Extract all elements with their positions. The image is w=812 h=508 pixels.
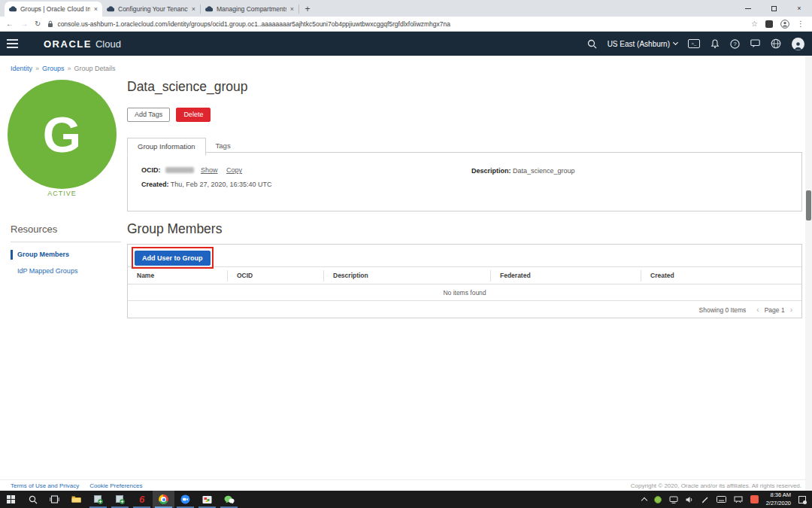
window-restore-button[interactable] [761, 0, 786, 17]
sidebar-item-idp-mapped-groups[interactable]: IdP Mapped Groups [13, 266, 77, 276]
column-header-created[interactable]: Created [641, 270, 801, 281]
tray-green-app-icon[interactable] [654, 496, 662, 503]
hamburger-menu-icon[interactable] [7, 39, 18, 48]
browser-profile-icon[interactable] [780, 20, 789, 29]
group-avatar: G [8, 80, 117, 189]
browser-tab-compartments[interactable]: Managing Compartments × [201, 2, 298, 17]
cloud-shell-icon[interactable]: >_ [688, 39, 700, 48]
window-close-button[interactable]: × [786, 0, 812, 17]
search-icon[interactable] [587, 39, 597, 49]
messaging-app-button[interactable] [218, 491, 240, 508]
pen-icon[interactable] [701, 496, 709, 503]
column-header-description[interactable]: Description [324, 270, 491, 281]
add-tags-button[interactable]: Add Tags [127, 108, 170, 122]
tab-title: Configuring Your Tenancy for De [118, 5, 188, 13]
user-avatar[interactable] [792, 38, 804, 50]
network-icon[interactable] [669, 496, 678, 503]
video-call-app-button[interactable] [174, 491, 196, 508]
taskbar-clock[interactable]: 8:36 AM 2/27/2020 [766, 491, 791, 506]
region-selector[interactable]: US East (Ashburn) [607, 40, 677, 48]
remote-app-1-button[interactable] [87, 491, 109, 508]
file-explorer-button[interactable] [65, 491, 87, 508]
delete-button[interactable]: Delete [176, 108, 211, 122]
tray-expand-icon[interactable] [641, 497, 647, 503]
chrome-button[interactable] [153, 491, 174, 508]
reload-icon[interactable]: ↻ [35, 20, 41, 28]
tab-group-information[interactable]: Group Information [127, 138, 206, 156]
add-user-to-group-button[interactable]: Add User to Group [135, 251, 211, 266]
windows-logo-icon [7, 495, 15, 503]
cookie-preferences-link[interactable]: Cookie Preferences [89, 482, 142, 489]
terms-link[interactable]: Terms of Use and Privacy [11, 482, 79, 489]
red-app-button[interactable]: 6 [131, 491, 153, 508]
showing-count: Showing 0 Items [699, 306, 747, 314]
window-minimize-button[interactable] [735, 0, 761, 17]
window-controls: × [735, 0, 812, 17]
svg-text:?: ? [733, 41, 736, 47]
brand-cloud: Cloud [95, 38, 121, 50]
forward-icon[interactable]: → [20, 20, 28, 28]
new-tab-button[interactable]: + [299, 2, 316, 17]
ocid-copy-link[interactable]: Copy [226, 166, 242, 174]
breadcrumb-current: Group Details [74, 65, 116, 72]
minimize-icon [745, 8, 751, 9]
sidebar-item-group-members[interactable]: Group Members [11, 250, 69, 260]
bookmark-star-icon[interactable]: ☆ [751, 20, 758, 28]
group-information-panel: OCID: Show Copy Created: Thu, Feb 27, 20… [127, 152, 802, 211]
lock-icon [47, 20, 53, 28]
display-device-icon[interactable] [734, 496, 743, 503]
scrollbar-thumb[interactable] [806, 190, 811, 221]
tab-tags[interactable]: Tags [206, 138, 241, 156]
ocid-label: OCID: [141, 166, 161, 174]
browser-tab-groups[interactable]: Groups | Oracle Cloud Infrastruc × [5, 2, 102, 17]
volume-icon[interactable] [686, 496, 694, 503]
tab-close-icon[interactable]: × [94, 5, 98, 13]
annotation-highlight-box: Add User to Group [132, 247, 214, 269]
column-header-federated[interactable]: Federated [491, 270, 641, 281]
task-view-button[interactable] [44, 491, 65, 508]
start-button[interactable] [0, 491, 22, 508]
help-icon[interactable]: ? [730, 39, 740, 49]
snipping-app-button[interactable] [196, 491, 218, 508]
page-previous-icon[interactable]: ‹ [756, 306, 759, 314]
taskbar-search-button[interactable] [22, 491, 44, 508]
detail-tabs: Group Information Tags [127, 138, 241, 156]
task-view-icon [50, 495, 59, 503]
feedback-chat-icon[interactable] [750, 39, 760, 48]
notifications-bell-icon[interactable] [710, 39, 720, 49]
browser-menu-icon[interactable]: ⋮ [797, 20, 804, 28]
action-center-icon[interactable] [798, 496, 806, 503]
url-bar[interactable]: console.us-ashburn-1.oraclecloud.com/ide… [47, 20, 744, 28]
video-camera-icon [180, 494, 190, 504]
tray-red-app-icon[interactable] [750, 495, 759, 503]
breadcrumb-identity[interactable]: Identity [11, 65, 32, 72]
ocid-show-link[interactable]: Show [201, 166, 218, 174]
description-label: Description: [471, 167, 511, 175]
browser-tab-tenancy[interactable]: Configuring Your Tenancy for De × [102, 2, 200, 17]
extension-icon[interactable] [765, 20, 773, 28]
region-label: US East (Ashburn) [607, 40, 670, 48]
breadcrumb-groups[interactable]: Groups [42, 65, 65, 72]
back-icon[interactable]: ← [6, 20, 14, 28]
oracle-cloud-logo[interactable]: ORACLE Cloud [44, 38, 121, 50]
clock-time: 8:36 AM [766, 491, 791, 499]
description-row: Description: Data_science_group [471, 167, 575, 175]
page-scrollbar[interactable] [805, 56, 812, 491]
column-header-ocid[interactable]: OCID [228, 270, 324, 281]
window-plus-icon [94, 495, 103, 504]
remote-app-2-button[interactable] [109, 491, 131, 508]
column-header-name[interactable]: Name [128, 270, 228, 281]
keyboard-icon[interactable] [717, 496, 726, 503]
resources-divider [11, 242, 121, 242]
clock-date: 2/27/2020 [766, 500, 791, 507]
search-icon [29, 495, 38, 504]
resources-heading: Resources [11, 224, 57, 235]
tab-close-icon[interactable]: × [192, 5, 195, 13]
created-row: Created: Thu, Feb 27, 2020, 16:35:40 UTC [141, 181, 788, 188]
tab-close-icon[interactable]: × [290, 5, 294, 13]
page-next-icon[interactable]: › [790, 306, 792, 314]
empty-table-message: No items found [128, 284, 801, 301]
created-label: Created: [141, 181, 169, 188]
language-globe-icon[interactable] [771, 38, 781, 49]
ocid-value-redacted [165, 167, 194, 173]
